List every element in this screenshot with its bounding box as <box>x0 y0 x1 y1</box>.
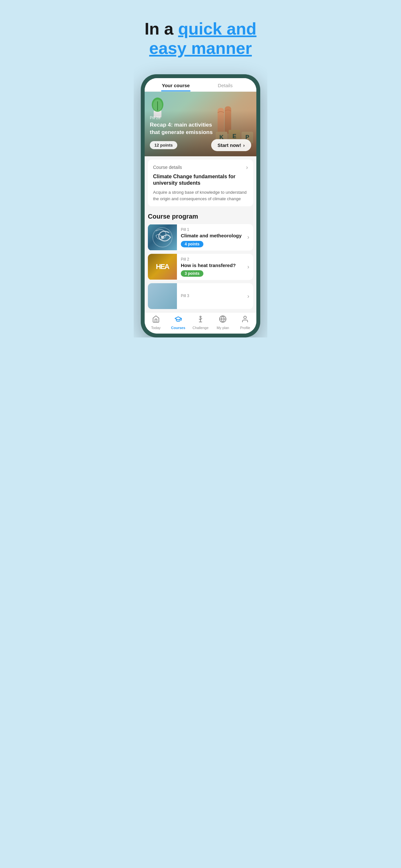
pill-title-1: Climate and metheorology <box>181 232 243 239</box>
nav-label-my-plan: My plan <box>217 326 229 330</box>
profile-icon <box>241 315 249 325</box>
card-header: Course details › <box>153 164 248 171</box>
svg-point-11 <box>244 316 246 319</box>
nav-label-today: Today <box>151 326 160 330</box>
card-course-title: Climate Change fundamentals for universi… <box>153 174 248 187</box>
tab-bar: Your course Details <box>145 78 256 92</box>
pill-number-1: Pill 1 <box>181 227 243 232</box>
hero-course-title: Recap 4: main activities that generate e… <box>150 121 214 135</box>
svg-point-5 <box>161 236 164 239</box>
card-description: Acquire a strong base of knowledge to un… <box>153 189 248 202</box>
nav-item-profile[interactable]: Profile <box>234 315 256 330</box>
course-hero-image: K E P Pill 28 Recap 4: main activities t… <box>145 92 256 156</box>
bottom-nav: Today Courses <box>145 312 256 334</box>
nav-item-challenge[interactable]: Challenge <box>189 315 212 330</box>
pill-chevron-3: › <box>247 293 249 300</box>
pill-thumbnail-3 <box>148 283 177 309</box>
pill-info-3: Pill 3 <box>177 290 247 302</box>
pill-points-2: 3 points <box>181 270 204 277</box>
card-chevron-icon: › <box>246 164 248 171</box>
pill-number-2: Pill 2 <box>181 257 243 261</box>
nav-item-today[interactable]: Today <box>145 315 167 330</box>
nav-label-courses: Courses <box>171 326 185 330</box>
pill-item-3[interactable]: Pill 3 › <box>148 283 253 309</box>
pill-item-1[interactable]: Pill 1 Climate and metheorology 4 points… <box>148 224 253 251</box>
pill-thumbnail-2: HEA <box>148 254 177 280</box>
tab-your-course[interactable]: Your course <box>151 78 201 91</box>
pill-chevron-1: › <box>247 234 249 241</box>
pill-item-2[interactable]: HEA Pill 2 How is heat transfered? 3 poi… <box>148 254 253 280</box>
nav-item-courses[interactable]: Courses <box>167 315 189 330</box>
hero-section: In a quick and easy manner <box>134 0 267 68</box>
courses-icon <box>174 315 182 325</box>
phone-mockup: Your course Details <box>141 74 260 338</box>
my-plan-icon <box>219 315 227 325</box>
challenge-icon <box>197 315 204 325</box>
section-title: Course program <box>148 213 253 220</box>
course-details-card[interactable]: Course details › Climate Change fundamen… <box>148 159 253 207</box>
hero-title: In a quick and easy manner <box>142 20 259 58</box>
hero-points-badge: 12 points <box>150 141 177 149</box>
nav-label-challenge: Challenge <box>192 326 209 330</box>
nav-item-my-plan[interactable]: My plan <box>212 315 234 330</box>
phone-screen: Your course Details <box>145 78 256 334</box>
pill-info-2: Pill 2 How is heat transfered? 3 points <box>177 254 247 280</box>
start-now-button[interactable]: Start now! › <box>211 139 251 151</box>
course-program-section: Course program Pill 1 Climate and metheo… <box>145 210 256 309</box>
course-hero-overlay: Pill 28 Recap 4: main activities that ge… <box>145 111 256 156</box>
pill-title-2: How is heat transfered? <box>181 262 243 269</box>
hero-pill-label: Pill 28 <box>150 116 251 120</box>
pill-thumbnail-1 <box>148 224 177 250</box>
card-label: Course details <box>153 165 182 170</box>
pill-points-1: 4 points <box>181 241 204 247</box>
home-icon <box>152 315 160 325</box>
pill-chevron-2: › <box>247 264 249 270</box>
hero-bottom-row: 12 points Start now! › <box>150 139 251 151</box>
pill-info-1: Pill 1 Climate and metheorology 4 points <box>177 224 247 251</box>
pill-number-3: Pill 3 <box>181 293 243 298</box>
tab-details[interactable]: Details <box>201 78 250 91</box>
chevron-right-icon: › <box>243 143 245 148</box>
nav-label-profile: Profile <box>240 326 250 330</box>
